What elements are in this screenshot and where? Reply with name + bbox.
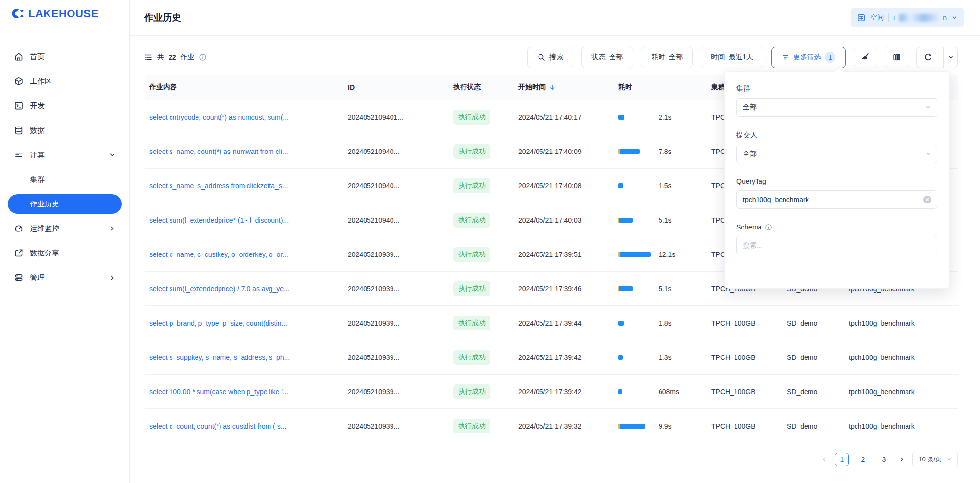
refresh-split-button [916, 47, 958, 68]
querytag-input[interactable]: tpch100g_benchmark [736, 190, 937, 209]
filter-value: 最近1天 [729, 53, 753, 62]
funnel-filter-icon [782, 53, 789, 61]
status-badge: 执行成功 [453, 213, 490, 228]
job-id: 202405210939... [348, 388, 453, 396]
col-header-id: ID [348, 83, 453, 91]
col-header-start-time[interactable]: 开始时间 [518, 83, 618, 92]
app-root: LAKEHOUSE 首页 工作区 [0, 0, 980, 483]
sidebar-item-label: 开发 [30, 102, 45, 111]
submitter-select[interactable]: 全部 [736, 145, 937, 163]
cluster-select[interactable]: 全部 [736, 98, 937, 117]
job-query-link[interactable]: select s_name, count(*) as numwait from … [149, 148, 288, 155]
duration-bar-tip [618, 149, 620, 154]
job-cluster: TPCH_100GB [711, 354, 787, 361]
duration-bar [618, 115, 624, 120]
duration-bar-track [618, 389, 653, 394]
sidebar-item-ops-monitor[interactable]: 运维监控 [8, 219, 122, 238]
job-id: 202405210940... [348, 182, 453, 190]
search-button[interactable]: 搜索 [527, 47, 573, 68]
status-badge: 执行成功 [453, 110, 490, 125]
job-query-link[interactable]: select p_brand, p_type, p_size, count(di… [149, 319, 287, 327]
job-id: 202405210939... [348, 354, 453, 361]
refresh-button[interactable] [917, 47, 939, 68]
workspace-switcher[interactable]: 空间 i n [851, 8, 964, 27]
sidebar-item-data-share[interactable]: 数据分享 [8, 243, 122, 263]
duration-bar-tip [618, 286, 619, 291]
duration-text: 9.9s [659, 422, 671, 430]
job-id: 202405210939... [348, 251, 453, 258]
sidebar-item-workspace[interactable]: 工作区 [8, 72, 122, 91]
job-start-time: 2024/05/21 17:39:42 [518, 388, 618, 396]
job-query-link[interactable]: select 100.00 * sum(case when p_type lik… [149, 388, 289, 396]
panel-caret [834, 67, 843, 76]
top-bar: 作业历史 空间 i n [130, 0, 980, 36]
job-start-time: 2024/05/21 17:39:46 [518, 285, 618, 293]
status-badge: 执行成功 [453, 316, 490, 330]
sidebar-item-label: 作业历史 [30, 200, 59, 209]
sidebar-nav: 首页 工作区 开发 [0, 42, 129, 287]
clear-filters-button[interactable] [854, 47, 877, 68]
job-query-link[interactable]: select sum(l_extendedprice* (1 - l_disco… [149, 216, 289, 224]
sidebar-item-cluster[interactable]: 集群 [8, 170, 122, 189]
job-start-time: 2024/05/21 17:40:17 [518, 113, 618, 121]
duration-bar-track [618, 115, 653, 120]
submitter-filter-group: 提交人 全部 [736, 131, 937, 163]
sidebar-item-job-history[interactable]: 作业历史 [8, 194, 122, 214]
home-icon [14, 52, 24, 62]
table-row: select c_count, count(*) as custdist fro… [145, 409, 958, 443]
job-start-time: 2024/05/21 17:39:32 [518, 422, 618, 430]
duration-filter-button[interactable]: 耗时 全部 [641, 47, 693, 68]
duration-bar-tip [618, 424, 620, 429]
share-icon [14, 248, 24, 258]
duration-bar-track [618, 218, 653, 223]
duration-text: 7.8s [659, 148, 671, 155]
sidebar-item-develop[interactable]: 开发 [8, 96, 122, 116]
time-filter-button[interactable]: 时间 最近1天 [701, 47, 763, 68]
sidebar-item-admin[interactable]: 管理 [8, 268, 122, 287]
refresh-icon [923, 52, 933, 62]
duration-bar [618, 218, 633, 223]
page-title: 作业历史 [144, 11, 181, 24]
duration-bar-track [618, 252, 653, 257]
duration-bar-track [618, 355, 653, 360]
job-query-link[interactable]: select c_name, c_custkey, o_orderkey, o_… [149, 251, 288, 258]
chevron-down-icon [925, 104, 931, 110]
job-query-link[interactable]: select c_count, count(*) as custdist fro… [149, 422, 286, 430]
status-badge: 执行成功 [453, 350, 490, 365]
more-filters-button[interactable]: 更多筛选 1 [771, 47, 846, 68]
clear-querytag-icon[interactable] [923, 196, 931, 203]
sidebar: LAKEHOUSE 首页 工作区 [0, 0, 130, 483]
sidebar-item-compute[interactable]: 计算 [8, 145, 122, 165]
sidebar-item-data[interactable]: 数据 [8, 121, 122, 140]
sidebar-item-label: 数据分享 [30, 249, 59, 258]
divider [888, 13, 889, 22]
job-query-link[interactable]: select cntrycode, count(*) as numcust, s… [149, 113, 289, 121]
page-button-1[interactable]: 1 [835, 453, 849, 466]
brand-name: LAKEHOUSE [28, 7, 98, 20]
status-filter-button[interactable]: 状态 全部 [581, 47, 633, 68]
duration-text: 5.1s [659, 216, 671, 224]
page-button-2[interactable]: 2 [856, 453, 870, 466]
sidebar-item-label: 运维监控 [30, 224, 59, 233]
brand-mark-icon [10, 7, 24, 20]
summary-suffix: 作业 [181, 53, 195, 62]
page-button-3[interactable]: 3 [877, 453, 891, 466]
page-size-select[interactable]: 10 条/页 [912, 452, 958, 467]
duration-bar [618, 183, 623, 188]
job-id: 202405210940... [348, 216, 453, 224]
prev-page-button[interactable] [821, 456, 828, 463]
sidebar-item-home[interactable]: 首页 [8, 47, 122, 67]
space-user-end: n [943, 14, 947, 22]
job-querytag: tpch100g_benchmark [849, 319, 958, 327]
duration-bar [618, 252, 651, 257]
list-icon [144, 53, 153, 62]
refresh-options-button[interactable] [943, 47, 957, 68]
job-id: 2024052109401... [348, 113, 453, 121]
schema-search-input[interactable] [743, 241, 931, 249]
pagination: 1 2 3 10 条/页 [821, 452, 958, 467]
job-query-link[interactable]: select s_suppkey, s_name, s_address, s_p… [149, 354, 290, 361]
column-settings-button[interactable] [885, 47, 908, 68]
job-query-link[interactable]: select sum(l_extendedprice) / 7.0 as avg… [149, 285, 290, 293]
next-page-button[interactable] [898, 456, 905, 463]
job-query-link[interactable]: select s_name, s_address from clickzetta… [149, 182, 288, 190]
